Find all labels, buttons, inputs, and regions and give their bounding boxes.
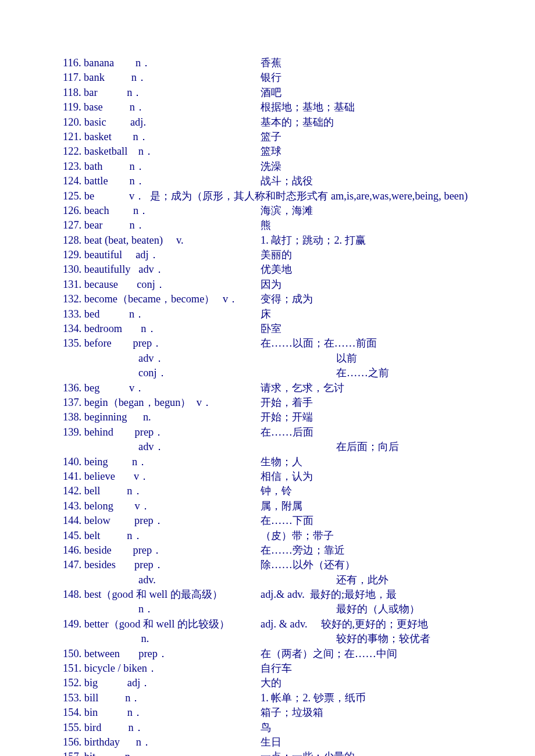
vocab-row: 147. besides prep．除……以外（还有）: [63, 558, 500, 572]
vocab-row: 138. beginning n.开始；开端: [63, 410, 500, 425]
word-cell: 143. belong v．: [63, 499, 261, 513]
definition-cell: 在……旁边；靠近: [261, 543, 500, 558]
definition-cell: 还有，此外: [336, 573, 500, 587]
definition-cell: 优美地: [261, 262, 500, 277]
word-cell: 155. bird n．: [63, 721, 261, 735]
word-cell: 153. bill n．: [63, 691, 261, 705]
vocab-row: 145. belt n．（皮）带；带子: [63, 529, 500, 543]
word-cell: 147. besides prep．: [63, 558, 261, 572]
word-cell: 131. because conj．: [63, 277, 261, 292]
word-cell: 119. base n．: [63, 100, 261, 115]
word-cell: 157. bit n．: [63, 750, 261, 756]
vocab-row: 117. bank n．银行: [63, 70, 500, 85]
vocab-row: 154. bin n．箱子；垃圾箱: [63, 705, 500, 720]
word-cell: 149. better（good 和 well 的比较级）: [63, 617, 261, 632]
word-cell: 123. bath n．: [63, 159, 261, 174]
definition-cell: 美丽的: [261, 248, 500, 262]
definition-cell: 1. 帐单；2. 钞票，纸币: [261, 691, 500, 705]
vocab-row: adv．以前: [63, 351, 500, 366]
definition-cell: 床: [261, 307, 500, 322]
word-cell: 152. big adj．: [63, 676, 261, 690]
definition-cell: 在后面；向后: [336, 440, 500, 454]
vocab-row: 153. bill n．1. 帐单；2. 钞票，纸币: [63, 691, 500, 705]
vocab-row: 152. big adj．大的: [63, 676, 500, 690]
word-cell: 141. believe v．: [63, 469, 261, 484]
definition-cell: 篮球: [261, 144, 500, 159]
word-cell: 148. best（good 和 well 的最高级）: [63, 587, 261, 602]
vocab-row: 132. become（became，become） v．变得；成为: [63, 292, 500, 306]
word-cell: 133. bed n．: [63, 307, 261, 322]
definition-cell: （皮）带；带子: [261, 529, 500, 543]
word-cell: 151. bicycle / biken．: [63, 661, 261, 676]
definition-cell: 钟，铃: [261, 484, 500, 498]
word-cell: 142. bell n．: [63, 484, 261, 498]
vocab-row: 125. be v． 是；成为（原形，其人称和时态形式有 am,is,are,w…: [63, 189, 500, 204]
vocab-row: 131. because conj．因为: [63, 277, 500, 292]
word-cell: 122. basketball n．: [63, 144, 261, 159]
word-cell: 140. being n．: [63, 455, 261, 469]
definition-cell: 以前: [336, 351, 500, 366]
definition-cell: 在……下面: [261, 513, 500, 528]
word-cell: 137. begin（began，begun） v．: [63, 395, 261, 410]
word-cell: 128. beat (beat, beaten) v.: [63, 233, 261, 248]
vocab-row: 141. believe v．相信，认为: [63, 469, 500, 484]
vocab-row: 148. best（good 和 well 的最高级） adj.& adv. 最…: [63, 587, 500, 602]
definition-cell: 开始；开端: [261, 410, 500, 425]
definition-cell: 除……以外（还有）: [261, 558, 500, 572]
word-cell: 146. beside prep．: [63, 543, 261, 558]
word-cell: conj．: [63, 366, 336, 380]
word-cell: 121. basket n．: [63, 130, 261, 144]
vocab-row: adv.还有，此外: [63, 573, 500, 587]
definition-cell: 酒吧: [261, 85, 500, 100]
word-cell: 118. bar n．: [63, 85, 261, 100]
definition-cell: adj. & adv. 较好的,更好的；更好地: [261, 617, 500, 632]
vocab-row: 122. basketball n．篮球: [63, 144, 500, 159]
definition-cell: 在……后面: [261, 425, 500, 440]
word-cell: 120. basic adj.: [63, 115, 261, 130]
definition-cell: 熊: [261, 218, 500, 233]
definition-cell: adj.& adv. 最好的;最好地，最: [261, 587, 500, 602]
definition-cell: 根据地；基地；基础: [261, 100, 500, 115]
definition-cell: 属，附属: [261, 499, 500, 513]
vocab-row: 134. bedroom n．卧室: [63, 322, 500, 336]
word-cell: 127. bear n．: [63, 218, 261, 233]
definition-cell: 篮子: [261, 130, 500, 144]
definition-cell: 最好的（人或物）: [336, 602, 500, 616]
word-cell: 124. battle n．: [63, 174, 261, 188]
vocab-row: 149. better（good 和 well 的比较级） adj. & adv…: [63, 617, 500, 632]
vocab-row: n.较好的事物；较优者: [63, 632, 500, 646]
vocab-row: 146. beside prep．在……旁边；靠近: [63, 543, 500, 558]
word-cell: 116. banana n．: [63, 56, 261, 70]
vocab-row: n．最好的（人或物）: [63, 602, 500, 616]
vocab-row: 124. battle n．战斗；战役: [63, 174, 500, 188]
vocab-row: 126. beach n．海滨，海滩: [63, 204, 500, 218]
word-cell: 130. beautifully adv．: [63, 262, 261, 277]
word-cell: 132. become（became，become） v．: [63, 292, 261, 306]
vocab-row: adv．在后面；向后: [63, 440, 500, 454]
vocab-row: 135. before prep．在……以面；在……前面: [63, 336, 500, 351]
definition-cell: 相信，认为: [261, 469, 500, 484]
vocab-row: 120. basic adj.基本的；基础的: [63, 115, 500, 130]
vocab-page: 116. banana n．香蕉117. bank n．银行118. bar n…: [0, 0, 535, 756]
word-cell: 156. birthday n．: [63, 735, 261, 750]
word-cell: 126. beach n．: [63, 204, 261, 218]
vocab-row: 116. banana n．香蕉: [63, 56, 500, 70]
definition-cell: 海滨，海滩: [261, 204, 500, 218]
vocab-row: 136. beg v．请求，乞求，乞讨: [63, 381, 500, 395]
definition-cell: 箱子；垃圾箱: [261, 705, 500, 720]
vocab-row: 144. below prep．在……下面: [63, 513, 500, 528]
vocab-row: 140. being n．生物；人: [63, 455, 500, 469]
word-cell: 136. beg v．: [63, 381, 261, 395]
definition-cell: 请求，乞求，乞讨: [261, 381, 500, 395]
definition-cell: 香蕉: [261, 56, 500, 70]
vocab-row: 156. birthday n．生日: [63, 735, 500, 750]
vocab-row: 127. bear n．熊: [63, 218, 500, 233]
definition-cell: 战斗；战役: [261, 174, 500, 188]
definition-cell: 大的: [261, 676, 500, 690]
definition-cell: 生日: [261, 735, 500, 750]
word-cell: 150. between prep．: [63, 647, 261, 661]
definition-cell: 洗澡: [261, 159, 500, 174]
word-cell: adv．: [63, 440, 336, 454]
word-cell: 154. bin n．: [63, 705, 261, 720]
word-cell: 117. bank n．: [63, 70, 261, 85]
